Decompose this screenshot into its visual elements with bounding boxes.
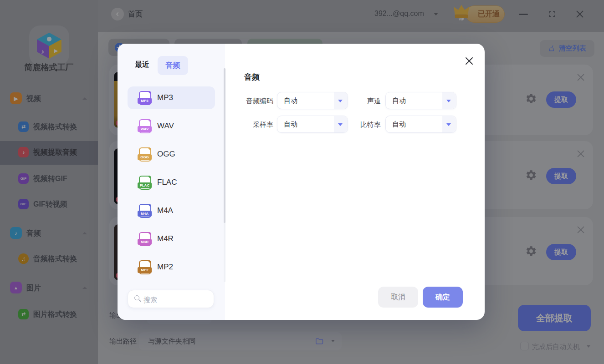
scrollbar [224,68,225,282]
sidebar-item-video-convert[interactable]: ⇄ 视频格式转换 [0,116,98,139]
video-icon: ▶ [10,92,22,104]
sidebar-item-gif-to-video[interactable]: GIF GIF转视频 [0,193,98,217]
format-item-m4r[interactable]: M4R M4R [128,228,215,250]
chevron-down-icon [446,123,451,126]
mp3-file-icon: MP3 [139,91,151,105]
clear-list-button[interactable]: 清空列表 [540,40,594,57]
vip-crown-label: VIP [454,18,469,21]
remove-file-button[interactable] [576,72,586,82]
folder-icon[interactable] [315,337,324,346]
sample-rate-select[interactable]: 自动 [277,116,348,133]
image-icon: ▲ [10,282,22,293]
tab-audio[interactable]: 音频 [158,56,188,75]
extract-button[interactable]: 提取 [546,91,576,108]
channels-label: 声道 [348,97,381,106]
titlebar [98,0,604,32]
vip-status-badge[interactable]: 已开通 [466,5,505,23]
app-name: 简鹿格式工厂 [0,62,98,73]
ogg-file-icon: OGG [139,147,151,162]
account-chevron-down-icon[interactable] [434,13,438,15]
chevron-up-icon[interactable] [82,97,87,100]
sidebar-item-video-to-gif[interactable]: GIF 视频转GIF [0,167,98,191]
chevron-down-icon [338,123,343,126]
sidebar-item-audio-convert[interactable]: ♫ 音频格式转换 [0,248,98,271]
dialog-section-title: 音频 [244,72,260,82]
vip-status-label: 已开通 [478,10,500,19]
mp2-file-icon: MP2 [139,260,151,274]
format-item-m4a[interactable]: M4A M4A [128,199,215,222]
sidebar-item-audio[interactable]: ♪ 音频 [0,222,98,246]
settings-gear-icon[interactable] [525,169,537,181]
video-to-gif-icon: GIF [18,173,29,184]
audio-icon: ♪ [10,227,22,239]
search-input[interactable] [143,294,207,305]
bitrate-select[interactable]: 自动 [385,116,456,133]
format-list-panel: 最近 音频 MP3 MP3 WAV WAV OGG OGG FLAC FLAC … [118,44,225,320]
back-button[interactable] [111,8,124,20]
settings-gear-icon[interactable] [525,245,537,257]
format-item-wav[interactable]: WAV WAV [128,115,215,137]
page-title: 首页 [128,10,143,19]
maximize-button[interactable] [548,10,556,18]
settings-gear-icon[interactable] [525,93,537,105]
sidebar-item-image-convert[interactable]: ⇄ 图片格式转换 [0,303,98,327]
cancel-button[interactable]: 取消 [378,287,418,308]
audio-convert-icon: ♫ [18,253,29,264]
channels-select[interactable]: 自动 [385,92,456,109]
chevron-up-icon[interactable] [82,232,87,234]
wav-file-icon: WAV [139,119,151,133]
remove-file-button[interactable] [576,225,586,235]
path-chevron-down-icon[interactable] [331,340,335,342]
shutdown-checkbox[interactable] [520,342,529,350]
close-dialog-button[interactable] [464,56,475,66]
close-window-button[interactable] [575,9,585,19]
sidebar-item-video[interactable]: ▶ 视频 [0,87,98,111]
format-search [128,290,214,308]
format-item-mp3[interactable]: MP3 MP3 [128,86,215,109]
shutdown-label: 完成后自动关机 [532,343,580,351]
sidebar: 简鹿格式工厂 ▶ 视频 ⇄ 视频格式转换 ♪ 视频提取音频 GIF 视频转GIF… [0,0,98,364]
sample-rate-label: 采样率 [241,121,273,129]
remove-file-button[interactable] [576,149,586,159]
chevron-down-icon [338,100,343,102]
m4a-file-icon: M4A [139,204,151,218]
search-icon [134,295,139,300]
broom-icon [548,45,556,53]
output-path-label: 输出路径 [109,337,137,346]
image-convert-icon: ⇄ [18,309,29,319]
output-path-select[interactable]: 与源文件夹相同 [139,332,342,350]
app-logo [29,25,69,66]
account-label[interactable]: 392...@qq.com [374,10,424,18]
audio-codec-select[interactable]: 自动 [277,92,348,109]
chevron-down-icon [446,100,451,102]
shutdown-chevron-down-icon[interactable] [587,345,590,348]
confirm-button[interactable]: 确定 [423,287,463,308]
audio-codec-label: 音频编码 [241,97,273,106]
sidebar-item-image[interactable]: ▲ 图片 [0,277,98,300]
extract-all-button[interactable]: 全部提取 [518,305,591,331]
flac-file-icon: FLAC [139,176,151,190]
app-window: 首页 392...@qq.com 已开通 VIP 简鹿格式工厂 ▶ 视频 [0,0,604,364]
output-path-value: 与源文件夹相同 [148,337,196,346]
video-convert-icon: ⇄ [18,121,29,132]
minimize-button[interactable] [519,14,528,15]
scrollbar-thumb[interactable] [224,68,225,223]
m4r-file-icon: M4R [139,232,151,246]
extract-button[interactable]: 提取 [546,244,576,260]
bitrate-label: 比特率 [348,121,381,129]
format-item-ogg[interactable]: OGG OGG [128,143,215,166]
chevron-up-icon[interactable] [82,287,87,289]
format-item-flac[interactable]: FLAC FLAC [128,171,215,194]
tab-recent[interactable]: 最近 [135,60,149,70]
extract-button[interactable]: 提取 [546,168,576,184]
video-extract-audio-icon: ♪ [18,147,29,157]
format-item-mp2[interactable]: MP2 MP2 [128,256,215,278]
format-picker-dialog: 最近 音频 MP3 MP3 WAV WAV OGG OGG FLAC FLAC … [118,44,485,320]
gif-to-video-icon: GIF [18,199,29,209]
sidebar-item-video-extract-audio[interactable]: ♪ 视频提取音频 [0,141,98,165]
